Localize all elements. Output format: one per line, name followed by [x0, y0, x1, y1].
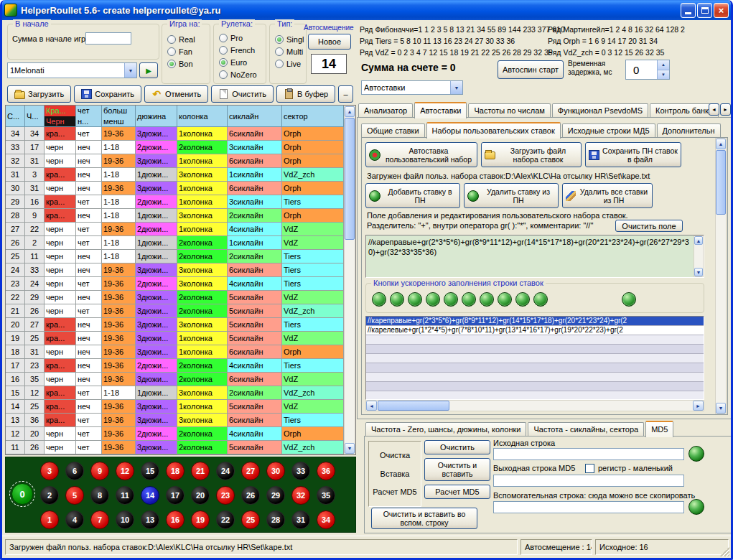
board-number-27[interactable]: 27	[241, 462, 260, 480]
board-number-32[interactable]: 32	[291, 486, 310, 505]
radio-type-singl[interactable]: Singl	[270, 33, 306, 45]
table-row[interactable]: 2027кра...неч19-363дюжи...3колонка5сикла…	[6, 318, 344, 332]
md5-helper-input[interactable]	[493, 501, 684, 513]
radio-roulette-nozero[interactable]: NoZero	[214, 68, 266, 80]
quick-fill-button-9[interactable]	[515, 292, 530, 307]
table-row[interactable]: 1126чернчет19-363дюжи...2колонка5сиклайн…	[6, 441, 344, 454]
resize-grip[interactable]	[720, 547, 729, 556]
bet-list-scrollbar[interactable]: ◄ ►	[365, 400, 704, 411]
table-row[interactable]: 3434кра...чет19-363дюжи...1колонка6сикла…	[6, 127, 344, 141]
board-number-16[interactable]: 16	[166, 510, 185, 529]
md5-clear-paste-button[interactable]: Очистить и вставить	[424, 458, 490, 481]
table-row[interactable]: 3231черннеч19-363дюжи...1колонка6сиклайн…	[6, 154, 344, 168]
autobet-user-set-button[interactable]: Автоставка пользовательский набор	[365, 142, 477, 167]
spinner-up-icon[interactable]: ▲	[658, 60, 669, 70]
board-number-5[interactable]: 5	[65, 486, 84, 505]
table-row[interactable]: 1220чернчет19-362дюжи...2колонка4сиклайн…	[6, 427, 344, 441]
board-number-22[interactable]: 22	[216, 510, 235, 529]
clear-paste-helper-button[interactable]: Очистить и вставить во вспом. строку	[371, 508, 477, 529]
board-number-30[interactable]: 30	[266, 462, 285, 480]
delete-bet-button[interactable]: Удалить ставку из ПН	[464, 183, 559, 208]
board-number-8[interactable]: 8	[90, 486, 109, 505]
new-offset-button[interactable]: Новое	[308, 34, 351, 50]
scroll-right-icon[interactable]: ►	[693, 401, 704, 411]
quick-fill-button-4[interactable]	[426, 292, 440, 307]
autobets-select[interactable]: Автоставки ▼	[361, 80, 463, 95]
table-row[interactable]: 3031черннеч19-363дюжи...1колонка6сиклайн…	[6, 182, 344, 195]
quick-fill-button-6[interactable]	[462, 292, 476, 307]
board-number-34[interactable]: 34	[317, 510, 335, 529]
table-row[interactable]: 1512кра...чет1-181дюжи...3колонка2сиклай…	[6, 386, 344, 400]
to-buffer-button[interactable]: В буфер	[276, 85, 335, 103]
tab-sets-4[interactable]: Дополнительн	[657, 123, 721, 138]
board-number-7[interactable]: 7	[90, 510, 109, 529]
bet-string-editor[interactable]: //кареправые+gr(2*3*5*6)+gr(8*9*11*12)+g…	[365, 235, 704, 278]
board-number-31[interactable]: 31	[291, 510, 310, 529]
md5-clear-button[interactable]: Очистить	[424, 440, 490, 454]
tab-main-1[interactable]: Анализатор	[358, 103, 413, 118]
scroll-up-icon[interactable]: ▲	[694, 236, 703, 245]
scroll-down-icon[interactable]: ▼	[345, 443, 355, 454]
start-sum-input[interactable]	[85, 32, 131, 45]
board-number-21[interactable]: 21	[191, 462, 210, 480]
board-number-17[interactable]: 17	[166, 486, 185, 505]
board-number-15[interactable]: 15	[141, 462, 159, 480]
tab-sets-1[interactable]: Общие ставки	[361, 123, 425, 138]
table-row[interactable]: 2126чернчет19-363дюжи...2колонка5сиклайн…	[6, 304, 344, 318]
board-number-6[interactable]: 6	[65, 462, 84, 480]
tab-main-2[interactable]: Автоставки	[414, 102, 467, 118]
board-number-36[interactable]: 36	[317, 462, 335, 480]
clear-button[interactable]: Очистить	[211, 85, 274, 103]
radio-roulette-french[interactable]: French	[214, 44, 266, 56]
board-number-3[interactable]: 3	[40, 462, 59, 480]
table-row[interactable]: 2229черннеч19-363дюжи...2колонка5сиклайн…	[6, 291, 344, 304]
table-row[interactable]: 2324чернчет19-362дюжи...3колонка4сиклайн…	[6, 277, 344, 291]
radio-type-multi[interactable]: Multi	[270, 45, 306, 57]
md5-output-input[interactable]	[493, 475, 684, 487]
tab-bottom-3[interactable]: MD5	[645, 421, 673, 437]
close-button[interactable]: ×	[714, 3, 729, 18]
board-number-14[interactable]: 14	[141, 486, 159, 505]
scroll-up-icon[interactable]: ▲	[345, 106, 355, 117]
radio-game-on-fan[interactable]: Fan	[162, 45, 210, 57]
board-number-26[interactable]: 26	[241, 486, 260, 505]
scroll-down-icon[interactable]: ▼	[694, 268, 703, 276]
quick-fill-button-2[interactable]	[390, 292, 404, 307]
table-row[interactable]: 313кра...неч1-181дюжи...3колонка1сиклайн…	[6, 168, 344, 182]
undo-button[interactable]: ↶Отменить	[144, 85, 208, 103]
tabs-scroll-right-button[interactable]: ►	[720, 103, 731, 116]
radio-game-on-bon[interactable]: Bon	[162, 57, 210, 70]
scroll-thumb[interactable]	[378, 401, 449, 411]
clear-field-button[interactable]: Очистить поле	[615, 220, 683, 232]
delete-all-bets-button[interactable]: Удалить все ставки из ПН	[562, 183, 653, 208]
tab-bottom-2[interactable]: Частота - сиклайны, сектора	[528, 422, 644, 437]
scroll-down-icon[interactable]: ▼	[716, 403, 726, 414]
table-row[interactable]: 3317черннеч1-182дюжи...2колонка3сиклайнO…	[6, 141, 344, 154]
board-number-19[interactable]: 19	[191, 510, 210, 529]
radio-roulette-euro[interactable]: Euro	[214, 56, 266, 68]
editor-scrollbar[interactable]: ▲ ▼	[694, 235, 704, 277]
board-number-1[interactable]: 1	[40, 510, 59, 529]
chevron-down-icon[interactable]: ▼	[124, 63, 136, 78]
tab-sets-3[interactable]: Исходные строки МД5	[562, 123, 655, 138]
board-number-2[interactable]: 2	[40, 486, 59, 505]
delay-spinner[interactable]: 0 ▲ ▼	[625, 60, 670, 80]
bet-list-item[interactable]: //карелевые+gr(1*2*4*5)+gr(7*8*10*11)+gr…	[366, 326, 704, 335]
table-row[interactable]: 2511черннеч1-181дюжи...2колонка2сиклайнT…	[6, 250, 344, 263]
radio-game-on-real[interactable]: Real	[162, 33, 210, 45]
board-number-25[interactable]: 25	[241, 510, 260, 529]
play-button[interactable]: ▶	[139, 62, 158, 78]
chevron-down-icon[interactable]: ▼	[450, 81, 462, 94]
radio-roulette-pro[interactable]: Pro	[214, 32, 266, 44]
quick-fill-button-8[interactable]	[498, 292, 512, 307]
board-number-33[interactable]: 33	[291, 462, 310, 480]
board-number-18[interactable]: 18	[166, 462, 185, 480]
table-row[interactable]: 1425кра...неч19-363дюжи...1колонка5сикла…	[6, 400, 344, 414]
table-row[interactable]: 289кра...неч1-181дюжи...3колонка2сиклайн…	[6, 209, 344, 223]
table-row[interactable]: 1336кра...чет19-363дюжи...3колонка6сикла…	[6, 414, 344, 427]
table-row[interactable]: 1831черннеч19-363дюжи...1колонка6сиклайн…	[6, 345, 344, 359]
save-button[interactable]: Сохранить	[74, 85, 141, 103]
scroll-thumb[interactable]	[716, 150, 726, 215]
profile-select[interactable]: 1Melonati ▼	[7, 62, 137, 78]
board-number-24[interactable]: 24	[216, 462, 235, 480]
